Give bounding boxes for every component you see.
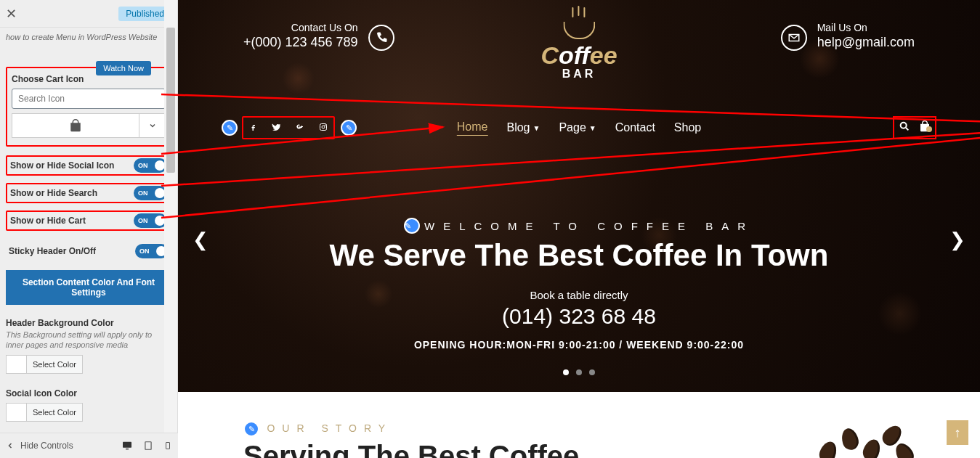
site-logo[interactable]: Coffee BAR xyxy=(540,15,617,81)
icon-dropdown-toggle[interactable] xyxy=(139,113,166,138)
header-bg-color-label: Header Background Color xyxy=(6,318,171,328)
chevron-down-icon: ▼ xyxy=(589,124,596,132)
slider-next-icon[interactable]: ❯ xyxy=(949,229,965,251)
hero-book: Book a table directly xyxy=(207,289,951,301)
chevron-down-icon xyxy=(148,121,157,130)
mail-value: help@gmail.com xyxy=(817,35,915,50)
search-cart-highlight xyxy=(893,116,936,139)
hero-headline: We Serve The Best Coffee In Town xyxy=(207,238,951,273)
collapse-icon[interactable] xyxy=(6,441,15,450)
instagram-icon[interactable] xyxy=(319,122,328,134)
customizer-sidebar: ✕ Published how to create Menu in WordPr… xyxy=(0,0,178,458)
svg-point-5 xyxy=(322,126,325,128)
hide-controls-button[interactable]: Hide Controls xyxy=(20,441,73,451)
color-swatch xyxy=(7,356,27,373)
toggle-social-label: Show or Hide Social Icon xyxy=(10,160,134,171)
cup-icon xyxy=(557,15,601,40)
toggle-cart-label: Show or Hide Cart xyxy=(10,216,134,226)
svg-rect-2 xyxy=(145,442,151,450)
mail-label: Mail Us On xyxy=(817,22,915,33)
social-icons-highlight xyxy=(242,116,335,139)
select-color-text: Select Color xyxy=(27,408,82,417)
shopping-bag-icon xyxy=(69,119,82,132)
toggle-sticky-label: Sticky Header On/Off xyxy=(9,246,135,256)
section-color-font-button[interactable]: Section Content Color And Font Settings xyxy=(6,270,171,305)
hero-hours: OPENING HOUR:MON-FRI 9:00-21:00 / WEEKEN… xyxy=(207,339,951,351)
toggle-search-row: Show or Hide Search ON xyxy=(6,183,171,203)
edit-shortcut-icon[interactable]: ✎ xyxy=(404,218,420,234)
svg-rect-0 xyxy=(123,442,131,448)
toggle-search-label: Show or Hide Search xyxy=(10,188,134,198)
sidebar-footer: Hide Controls xyxy=(0,433,178,458)
header-bg-color-note: This Background setting will apply only … xyxy=(6,330,171,351)
slider-dots xyxy=(207,369,951,375)
nav-menu: Home Blog▼ Page▼ Contact Shop xyxy=(457,120,701,136)
slider-prev-icon[interactable]: ❮ xyxy=(193,229,208,251)
hero-welcome: WELCOME TO COFFEE BAR xyxy=(424,220,754,232)
menu-home[interactable]: Home xyxy=(457,120,488,136)
choose-cart-icon-section: Choose Cart Icon xyxy=(6,67,171,147)
close-icon[interactable]: ✕ xyxy=(6,6,17,22)
story-title: Serving The Best Coffee xyxy=(243,440,579,458)
toggle-search[interactable]: ON xyxy=(134,186,167,200)
edit-shortcut-icon[interactable]: ✎ xyxy=(243,421,259,437)
toggle-cart[interactable]: ON xyxy=(134,213,167,228)
toggle-social-row: Show or Hide Social Icon ON xyxy=(6,155,171,176)
social-icon-color-picker[interactable]: Select Color xyxy=(6,403,83,422)
svg-rect-3 xyxy=(166,443,170,449)
contact-label: Contact Us On xyxy=(243,22,358,33)
choose-cart-icon-label: Choose Cart Icon xyxy=(12,74,166,84)
menu-page[interactable]: Page▼ xyxy=(559,120,596,136)
logo-sub: BAR xyxy=(540,68,617,81)
search-icon[interactable] xyxy=(899,120,910,135)
scroll-to-top-button[interactable]: ↑ xyxy=(947,420,968,445)
google-plus-icon[interactable] xyxy=(294,122,306,134)
edit-shortcut-icon[interactable]: ✎ xyxy=(222,120,238,136)
mail-icon xyxy=(781,25,807,51)
desktop-icon[interactable] xyxy=(121,440,133,451)
svg-point-6 xyxy=(325,125,325,126)
color-swatch xyxy=(7,404,27,421)
hero-section: Contact Us On +(000) 123 456 789 Mail Us… xyxy=(178,0,980,392)
main-navbar: ✎ ✎ Home Blog▼ Page▼ Contact Shop xyxy=(178,116,980,139)
selected-icon-preview xyxy=(12,113,139,138)
phone-icon xyxy=(368,25,394,51)
menu-blog[interactable]: Blog▼ xyxy=(506,120,540,136)
menu-shop[interactable]: Shop xyxy=(674,120,701,136)
toggle-cart-row: Show or Hide Cart ON xyxy=(6,210,171,231)
coffee-beans-image xyxy=(813,421,915,458)
svg-rect-1 xyxy=(126,449,129,449)
sidebar-scrollbar[interactable] xyxy=(164,0,177,433)
mobile-icon[interactable] xyxy=(163,440,172,451)
search-icon-input[interactable] xyxy=(12,89,166,109)
tablet-icon[interactable] xyxy=(143,440,153,451)
site-preview: Contact Us On +(000) 123 456 789 Mail Us… xyxy=(178,0,980,458)
slider-dot[interactable] xyxy=(576,369,582,375)
story-tag: OUR STORY xyxy=(267,422,392,434)
contact-value: +(000) 123 456 789 xyxy=(243,35,358,50)
sidebar-body: how to create Menu in WordPress Website … xyxy=(0,28,177,458)
edit-shortcut-icon[interactable]: ✎ xyxy=(341,120,357,136)
select-color-text: Select Color xyxy=(27,360,82,369)
story-section: ✎ OUR STORY Serving The Best Coffee xyxy=(178,392,980,458)
menu-contact[interactable]: Contact xyxy=(615,120,655,136)
facebook-icon[interactable] xyxy=(249,122,258,134)
sidebar-topbar: ✕ Published xyxy=(0,0,177,28)
hero-content: ✎WELCOME TO COFFEE BAR We Serve The Best… xyxy=(178,218,980,375)
slider-dot[interactable] xyxy=(563,369,569,375)
social-icon-color-label: Social Icon Color xyxy=(6,388,171,398)
slider-dot[interactable] xyxy=(589,369,595,375)
svg-point-7 xyxy=(901,123,907,128)
chevron-down-icon: ▼ xyxy=(533,124,540,132)
header-bg-color-picker[interactable]: Select Color xyxy=(6,355,83,374)
toggle-sticky-row: Sticky Header On/Off ON xyxy=(6,241,171,261)
watch-now-button[interactable]: Watch Now xyxy=(96,61,151,75)
help-text: how to create Menu in WordPress Website xyxy=(6,32,171,42)
cart-icon[interactable] xyxy=(919,120,931,135)
twitter-icon[interactable] xyxy=(271,122,281,134)
hero-phone: (014) 323 68 48 xyxy=(207,304,951,329)
toggle-social[interactable]: ON xyxy=(134,158,167,173)
